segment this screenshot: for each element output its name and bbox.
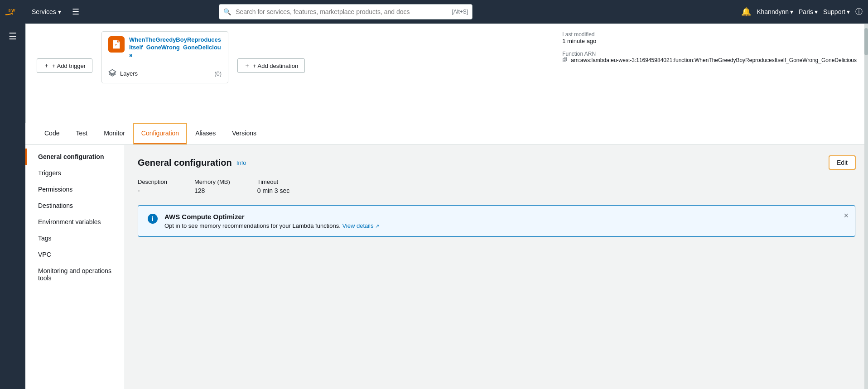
optimizer-desc-text: Opt in to see memory recommendations for… [164, 222, 341, 229]
search-icon: 🔍 [223, 8, 231, 15]
config-layout: General configuration Triggers Permissio… [25, 145, 868, 389]
user-chevron-icon: ▾ [790, 8, 793, 15]
tab-aliases[interactable]: Aliases [187, 123, 224, 144]
side-rail: ☰ [0, 24, 25, 389]
search-bar: 🔍 [Alt+S] [219, 4, 473, 19]
left-nav-general[interactable]: General configuration [25, 149, 125, 165]
region-label: Paris [799, 8, 813, 15]
copy-icon: 🗐 [562, 57, 567, 62]
function-box: WhenTheGreedyBoyReproducesItself_GoneWro… [101, 31, 228, 83]
edit-button[interactable]: Edit [829, 156, 855, 169]
left-nav: General configuration Triggers Permissio… [25, 145, 125, 389]
scrollbar-thumb[interactable] [864, 28, 868, 55]
support-chevron-icon: ▾ [847, 8, 850, 15]
add-trigger-label: + Add trigger [52, 62, 86, 69]
left-nav-vpc[interactable]: VPC [25, 246, 125, 263]
left-nav-destinations[interactable]: Destinations [25, 197, 125, 214]
content-area: ＋ + Add trigger WhenTheGreedyBoyReproduc… [25, 24, 868, 389]
timeout-label: Timeout [257, 178, 290, 185]
main-layout: ☰ ＋ + Add trigger [0, 24, 868, 389]
aws-logo [5, 6, 23, 17]
optimizer-title: AWS Compute Optimizer [164, 213, 379, 221]
last-modified-value: 1 minute ago [562, 38, 857, 44]
memory-label: Memory (MB) [194, 178, 230, 185]
timeout-field: Timeout 0 min 3 sec [257, 178, 290, 194]
add-trigger-button[interactable]: ＋ + Add trigger [37, 58, 92, 73]
diagram-area: ＋ + Add trigger WhenTheGreedyBoyReproduc… [25, 24, 868, 123]
left-nav-tags[interactable]: Tags [25, 230, 125, 246]
description-value: - [138, 187, 167, 194]
optimizer-description: Opt in to see memory recommendations for… [164, 222, 379, 229]
layers-row: Layers (0) [108, 65, 222, 78]
add-trigger-plus-icon: ＋ [43, 62, 49, 70]
external-link-icon: ↗ [375, 223, 379, 229]
add-destination-button[interactable]: ＋ + Add destination [237, 58, 305, 73]
support-label: Support [823, 8, 845, 15]
description-label: Description [138, 178, 167, 185]
function-icon [108, 36, 125, 53]
arn-label: Function ARN [562, 51, 857, 57]
config-section-title: General configuration [138, 158, 232, 168]
layers-label: Layers [120, 70, 138, 77]
support-button[interactable]: Support ▾ [823, 8, 850, 15]
memory-value: 128 [194, 187, 230, 194]
services-button[interactable]: Services ▾ [28, 6, 65, 17]
timeout-value: 0 min 3 sec [257, 187, 290, 194]
region-chevron-icon: ▾ [815, 8, 818, 15]
hamburger-button[interactable]: ☰ [68, 5, 83, 19]
tab-versions[interactable]: Versions [224, 123, 265, 144]
services-label: Services [32, 8, 56, 15]
arn-value: arn:aws:lambda:eu-west-3:116945984021:fu… [571, 57, 857, 63]
optimizer-info-icon: i [147, 213, 158, 227]
last-modified-section: Last modified 1 minute ago [562, 31, 857, 44]
left-nav-monitoring[interactable]: Monitoring and operations tools [25, 263, 125, 286]
info-circle-button[interactable]: ⓘ [855, 7, 863, 17]
search-shortcut: [Alt+S] [452, 9, 468, 15]
region-button[interactable]: Paris ▾ [799, 8, 818, 15]
info-link[interactable]: Info [236, 159, 246, 166]
side-rail-menu-button[interactable]: ☰ [5, 27, 20, 45]
function-box-header: WhenTheGreedyBoyReproducesItself_GoneWro… [108, 36, 222, 59]
left-nav-triggers[interactable]: Triggers [25, 165, 125, 181]
memory-field: Memory (MB) 128 [194, 178, 230, 194]
search-input[interactable] [219, 4, 473, 19]
tab-monitor[interactable]: Monitor [96, 123, 133, 144]
arn-section: Function ARN 🗐 arn:aws:lambda:eu-west-3:… [562, 51, 857, 63]
tab-test[interactable]: Test [68, 123, 96, 144]
config-content: General configuration Info Edit Descript… [125, 145, 868, 389]
function-name[interactable]: WhenTheGreedyBoyReproducesItself_GoneWro… [129, 36, 222, 59]
optimizer-view-details-link[interactable]: View details ↗ [342, 222, 379, 229]
optimizer-content: AWS Compute Optimizer Opt in to see memo… [164, 213, 379, 229]
svg-text:i: i [152, 215, 154, 222]
tab-code[interactable]: Code [36, 123, 68, 144]
config-section-header: General configuration Info Edit [138, 156, 855, 169]
top-navigation: Services ▾ ☰ 🔍 [Alt+S] 🔔 Khanndynn ▾ Par… [0, 0, 868, 24]
optimizer-link-text: View details [342, 222, 373, 229]
section-title-row: General configuration Info [138, 158, 246, 168]
close-icon: × [844, 211, 849, 220]
last-modified-label: Last modified [562, 31, 857, 38]
user-menu-button[interactable]: Khanndynn ▾ [757, 8, 793, 15]
tab-configuration[interactable]: Configuration [133, 123, 187, 144]
left-nav-env-vars[interactable]: Environment variables [25, 214, 125, 230]
layers-count: (0) [214, 70, 222, 77]
close-banner-button[interactable]: × [844, 211, 849, 221]
add-destination-label: + Add destination [253, 62, 298, 69]
fields-row: Description - Memory (MB) 128 Timeout 0 … [138, 178, 855, 194]
optimizer-banner: i AWS Compute Optimizer Opt in to see me… [138, 205, 855, 237]
scrollbar[interactable] [864, 24, 868, 389]
diagram-row: ＋ + Add trigger WhenTheGreedyBoyReproduc… [37, 31, 857, 83]
layers-icon [108, 69, 116, 78]
services-chevron-icon: ▾ [58, 8, 61, 15]
nav-right: 🔔 Khanndynn ▾ Paris ▾ Support ▾ ⓘ [741, 7, 863, 17]
tabs-bar: Code Test Monitor Configuration Aliases … [25, 123, 868, 145]
left-nav-permissions[interactable]: Permissions [25, 181, 125, 197]
user-label: Khanndynn [757, 8, 789, 15]
add-destination-plus-icon: ＋ [244, 62, 250, 70]
description-field: Description - [138, 178, 167, 194]
right-info-panel: Last modified 1 minute ago Function ARN … [562, 31, 857, 70]
notifications-button[interactable]: 🔔 [741, 7, 751, 17]
